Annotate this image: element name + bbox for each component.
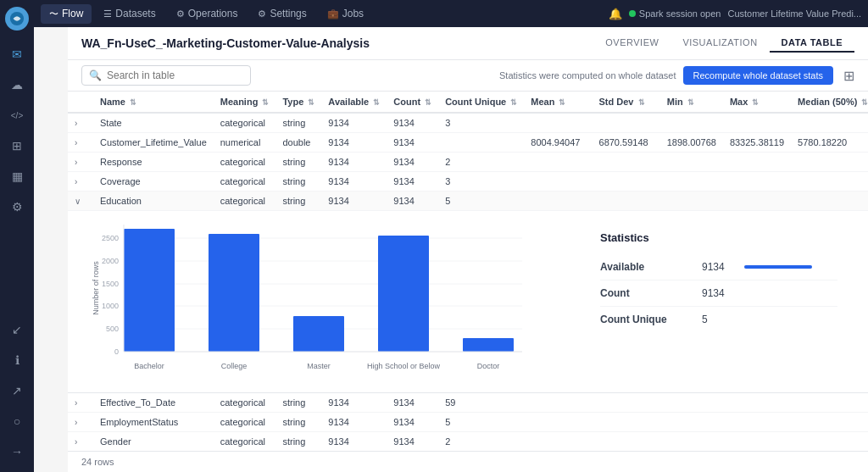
cell-type: string [275, 393, 321, 413]
expand-cell[interactable]: › [68, 133, 93, 153]
table-row: › State categorical string 9134 9134 3 [68, 113, 868, 133]
svg-text:1000: 1000 [102, 302, 119, 310]
cell-meaning: numerical [214, 133, 276, 153]
cell-meaning: categorical [214, 432, 276, 452]
stats-row-label: Available [600, 261, 702, 273]
nav-settings-label: Settings [270, 8, 306, 19]
recompute-button[interactable]: Recompute whole dataset stats [683, 66, 833, 85]
sidebar-item-info[interactable]: ℹ [3, 347, 31, 374]
search-input[interactable] [107, 69, 243, 81]
nav-datasets[interactable]: ☰ Datasets [95, 4, 164, 23]
col-name[interactable]: Name ⇅ [93, 92, 214, 113]
tab-visualization[interactable]: VISUALIZATION [670, 34, 769, 53]
cell-count: 9134 [387, 192, 438, 211]
svg-text:High School or Below: High School or Below [367, 362, 441, 370]
cell-min [660, 393, 723, 413]
svg-text:2500: 2500 [102, 234, 119, 242]
cell-max [723, 432, 791, 452]
col-count[interactable]: Count ⇅ [387, 92, 438, 113]
nav-operations-label: Operations [188, 8, 238, 19]
table-header-row: Name ⇅ Meaning ⇅ Type ⇅ Available ⇅ Coun… [68, 92, 868, 113]
cell-mean [524, 172, 592, 192]
table-row: › Coverage categorical string 9134 9134 … [68, 172, 868, 192]
cell-type: string [275, 113, 321, 133]
expand-cell[interactable]: › [68, 113, 93, 133]
sidebar-item-download[interactable]: ↙ [3, 316, 31, 343]
cell-count: 9134 [387, 432, 438, 452]
svg-text:Bachelor: Bachelor [134, 362, 164, 370]
nav-jobs[interactable]: 💼 Jobs [319, 4, 372, 23]
svg-rect-13 [124, 229, 175, 352]
expand-cell[interactable]: ∨ [68, 192, 93, 211]
cell-available: 9134 [321, 192, 387, 211]
chart-container: 05001000150020002500 BachelorCollegeMast… [68, 211, 868, 392]
expand-cell[interactable]: › [68, 172, 93, 192]
cell-meaning: categorical [214, 413, 276, 432]
cell-meaning: categorical [214, 153, 276, 172]
tab-overview[interactable]: OVERVIEW [593, 34, 670, 53]
project-name: Customer Lifetime Value Predi... [727, 8, 861, 19]
col-max[interactable]: Max ⇅ [723, 92, 791, 113]
col-meaning[interactable]: Meaning ⇅ [214, 92, 276, 113]
search-box[interactable]: 🔍 [81, 65, 251, 86]
col-count-unique[interactable]: Count Unique ⇅ [438, 92, 524, 113]
svg-rect-15 [209, 234, 259, 352]
cell-median [791, 192, 868, 211]
cell-meaning: categorical [214, 113, 276, 133]
cell-mean [524, 192, 592, 211]
svg-text:1500: 1500 [102, 280, 119, 288]
expand-cell[interactable]: › [68, 153, 93, 172]
cell-available: 9134 [321, 133, 387, 153]
cell-std-dev [593, 432, 660, 452]
expand-cell[interactable]: › [68, 413, 93, 432]
cell-min [660, 413, 723, 432]
tab-data-table[interactable]: DATA TABLE [770, 34, 854, 53]
expand-col-header [68, 92, 93, 113]
sidebar-item-puzzle[interactable]: ⊞ [3, 132, 31, 159]
expand-cell[interactable]: › [68, 393, 93, 413]
cell-count: 9134 [387, 393, 438, 413]
cell-count: 9134 [387, 133, 438, 153]
cell-max [723, 393, 791, 413]
cell-median [791, 172, 868, 192]
col-std-dev[interactable]: Std Dev ⇅ [593, 92, 660, 113]
cell-name: Gender [93, 432, 214, 452]
cell-count-unique: 59 [438, 393, 524, 413]
cell-available: 9134 [321, 413, 387, 432]
cell-max [723, 153, 791, 172]
cell-mean [524, 432, 592, 452]
cell-min [660, 172, 723, 192]
nav-operations[interactable]: ⚙ Operations [168, 4, 247, 23]
stats-row-value: 5 [702, 314, 744, 325]
jobs-icon: 💼 [327, 8, 339, 19]
col-mean[interactable]: Mean ⇅ [524, 92, 592, 113]
svg-rect-19 [378, 236, 429, 352]
data-table-container: Name ⇅ Meaning ⇅ Type ⇅ Available ⇅ Coun… [68, 92, 868, 451]
grid-view-icon[interactable]: ⊞ [843, 68, 854, 84]
cell-mean: 8004.94047 [524, 133, 592, 153]
cell-median [791, 413, 868, 432]
page-title: WA_Fn-UseC_-Marketing-Customer-Value-Ana… [81, 36, 370, 50]
nav-settings[interactable]: ⚙ Settings [249, 4, 314, 23]
notification-bell-icon[interactable]: 🔔 [609, 8, 622, 20]
sidebar-item-cloud[interactable]: ☁ [3, 71, 31, 98]
col-type[interactable]: Type ⇅ [275, 92, 321, 113]
col-median[interactable]: Median (50%) ⇅ [791, 92, 868, 113]
nav-flow[interactable]: 〜 Flow [41, 4, 92, 24]
svg-text:Number of rows: Number of rows [92, 261, 100, 315]
sidebar-item-export[interactable]: ↗ [3, 377, 31, 404]
sidebar-item-code[interactable]: </> [3, 102, 31, 129]
cell-min [660, 192, 723, 211]
sidebar-item-arrow[interactable]: → [3, 438, 31, 465]
sidebar-item-user[interactable]: ○ [3, 408, 31, 435]
cell-mean [524, 393, 592, 413]
expand-cell[interactable]: › [68, 432, 93, 452]
cell-type: string [275, 413, 321, 432]
col-min[interactable]: Min ⇅ [660, 92, 723, 113]
nav-flow-label: Flow [62, 8, 83, 19]
sidebar-item-settings[interactable]: ⚙ [3, 193, 31, 220]
sidebar-item-chart[interactable]: ▦ [3, 163, 31, 190]
cell-std-dev: 6870.59148 [593, 133, 660, 153]
col-available[interactable]: Available ⇅ [321, 92, 387, 113]
sidebar-item-mail[interactable]: ✉ [3, 41, 31, 68]
